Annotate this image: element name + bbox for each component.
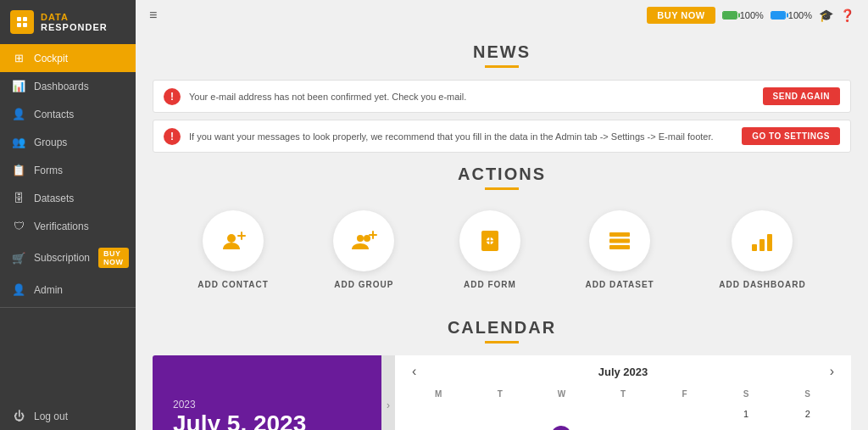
admin-icon: 👤 [12,283,25,296]
calendar-inner: 2023 July 5, 2023 › ‹ July 2023 › M T W [153,355,851,430]
sidebar-item-admin[interactable]: 👤 Admin [0,276,136,304]
graduation-cap-icon[interactable]: 🎓 [819,8,833,22]
svg-point-4 [227,234,236,243]
sidebar-item-forms[interactable]: 📋 Forms [0,156,136,184]
go-to-settings-button[interactable]: GO TO SETTINGS [742,127,840,145]
datasets-icon: 🗄 [12,192,25,204]
dashboards-icon: 📊 [12,80,25,92]
cal-date-7[interactable]: 7 [675,426,695,430]
battery1-indicator: 100% [722,10,764,20]
cockpit-icon: ⊞ [12,52,25,64]
sidebar-item-label: Forms [34,165,124,176]
svg-rect-18 [609,239,630,243]
sidebar-item-label: Dashboards [34,81,124,92]
cal-date-empty [428,404,448,424]
add-group-circle [333,210,394,271]
add-form-circle [459,210,520,271]
cal-date-5-today[interactable]: 5 [551,426,571,430]
alert-text-1: Your e-mail address has not been confirm… [189,92,754,102]
calendar-prev-button[interactable]: ‹ [409,364,420,379]
actions-section: ACTIONS ADD CONTACT [153,165,851,298]
topbar-right: BUY NOW 100% 100% 🎓 ❓ [647,7,854,24]
svg-rect-2 [17,23,21,27]
action-add-dataset[interactable]: ADD DATASET [586,210,654,289]
sidebar-item-contacts[interactable]: 👤 Contacts [0,100,136,128]
sidebar-item-label: Subscription [34,252,90,264]
alert-icon-1: ! [164,88,181,105]
app-logo-icon [10,10,34,34]
cal-day-f: F [654,388,715,400]
add-form-label: ADD FORM [464,280,516,289]
calendar-scroll-arrow[interactable]: › [381,355,395,430]
battery2-bar [771,11,786,20]
content-area: NEWS ! Your e-mail address has not been … [136,31,868,430]
svg-rect-1 [23,17,27,21]
sidebar-item-verifications[interactable]: 🛡 Verifications [0,212,136,240]
buy-now-button[interactable]: BUY NOW [647,7,715,24]
calendar-dates: 1 2 3 4 5 6 7 8 9 [409,404,837,430]
sidebar-item-label: Contacts [34,109,124,120]
sidebar-item-cockpit[interactable]: ⊞ Cockpit [0,44,136,72]
add-dashboard-circle [732,210,793,271]
main-content: ≡ BUY NOW 100% 100% 🎓 ❓ NEWS ! Your e-ma… [136,0,868,430]
action-add-contact[interactable]: ADD CONTACT [198,210,269,289]
add-dataset-circle [589,210,650,271]
cal-date-2[interactable]: 2 [798,404,818,424]
cal-date-6[interactable]: 6 [613,426,633,430]
hamburger-menu-icon[interactable]: ≡ [149,8,157,23]
sidebar-nav: ⊞ Cockpit 📊 Dashboards 👤 Contacts 👥 Grou… [0,44,136,430]
sidebar-item-label: Cockpit [34,53,124,64]
send-again-button[interactable]: SEND AGAIN [763,87,840,105]
sidebar-item-label: Verifications [34,221,124,232]
svg-rect-22 [767,234,772,251]
svg-rect-3 [23,23,27,27]
alert-email-confirm: ! Your e-mail address has not been confi… [153,80,851,113]
sidebar-item-datasets[interactable]: 🗄 Datasets [0,184,136,212]
cal-date-empty [613,404,633,424]
action-add-dashboard[interactable]: ADD DASHBOARD [719,210,805,289]
sidebar-item-dashboards[interactable]: 📊 Dashboards [0,72,136,100]
sidebar-item-label: Groups [34,137,124,148]
action-add-form[interactable]: ADD FORM [459,210,520,289]
cal-date-4[interactable]: 4 [490,426,510,430]
actions-title: ACTIONS [153,165,851,184]
topbar: ≡ BUY NOW 100% 100% 🎓 ❓ [136,0,868,31]
topbar-left: ≡ [149,8,157,23]
groups-icon: 👥 [12,136,25,148]
sidebar-item-label: Datasets [34,193,124,204]
calendar-day-headers: M T W T F S S [409,388,837,400]
battery2-indicator: 100% [771,10,812,20]
calendar-date-label: July 5, 2023 [173,410,361,430]
svg-point-8 [357,235,364,242]
verifications-icon: 🛡 [12,220,25,232]
add-dashboard-label: ADD DASHBOARD [719,280,805,289]
calendar-year: 2023 [173,399,361,410]
app-name: DATA RESPONDER [41,12,125,32]
cal-date-9[interactable]: 9 [798,426,818,430]
cal-date-8[interactable]: 8 [736,426,756,430]
svg-rect-17 [609,232,630,237]
cal-day-t1: T [470,388,531,400]
calendar-header: ‹ July 2023 › [409,364,837,379]
actions-grid: ADD CONTACT ADD GROUP [153,202,851,298]
actions-underline [485,187,519,190]
cal-date-1[interactable]: 1 [736,404,756,424]
subscription-icon: 🛒 [12,252,25,265]
battery1-pct: 100% [740,10,764,20]
sidebar-item-groups[interactable]: 👥 Groups [0,128,136,156]
calendar-grid: ‹ July 2023 › M T W T F S S [395,355,851,430]
alert-email-footer: ! If you want your messages to look prop… [153,120,851,153]
alert-text-2: If you want your messages to look proper… [189,131,733,142]
buy-now-badge: BUY NOW [98,248,129,268]
cal-day-w: W [531,388,592,400]
cal-day-m: M [409,388,469,400]
calendar-date-card: 2023 July 5, 2023 [153,355,381,430]
help-icon[interactable]: ❓ [840,8,854,22]
cal-date-3[interactable]: 3 [428,426,448,430]
action-add-group[interactable]: ADD GROUP [333,210,394,289]
calendar-next-button[interactable]: › [826,364,837,379]
sidebar-item-subscription[interactable]: 🛒 Subscription BUY NOW [0,240,136,276]
sidebar-item-logout[interactable]: ⏻ Log out [0,402,136,430]
cal-date-empty [490,404,510,424]
sidebar: DATA RESPONDER ⊞ Cockpit 📊 Dashboards 👤 … [0,0,136,430]
